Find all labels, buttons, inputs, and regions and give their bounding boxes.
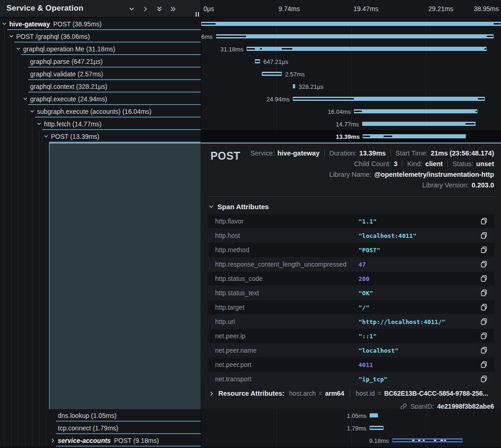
copy-icon[interactable]: [480, 375, 488, 383]
copy-icon[interactable]: [480, 261, 488, 268]
indent-guide: [18, 55, 19, 68]
chevron-down-icon[interactable]: [16, 46, 21, 51]
span-name-cell[interactable]: graphql.context (328.21µs): [0, 80, 201, 93]
equals-sign: =: [318, 390, 322, 397]
span-row: graphql.context (328.21µs)328.21µs: [0, 80, 501, 93]
copy-icon[interactable]: [480, 246, 488, 254]
copy-icon[interactable]: [480, 332, 488, 340]
copy-icon[interactable]: [480, 361, 488, 368]
span-attributes-toggle[interactable]: Span Attributes: [209, 203, 269, 211]
indent-guide: [46, 143, 46, 409]
chevron-down-icon[interactable]: [43, 134, 49, 139]
copy-icon[interactable]: [480, 289, 488, 297]
timeline-tick-label: 29.21ms: [428, 5, 453, 12]
column-resize-handle[interactable]: [196, 12, 199, 17]
span-name-cell[interactable]: dns.lookup (1.05ms): [0, 409, 201, 422]
indent-guide: [4, 30, 5, 43]
span-row: graphql.validate (2.57ms)2.57ms: [0, 68, 501, 80]
span-bar[interactable]: [362, 122, 476, 126]
span-bar[interactable]: [255, 59, 260, 63]
span-duration-label: 647.21µs: [263, 58, 288, 65]
span-rows-top: hive-gateway POST (38.95ms)38.95msPOST /…: [0, 18, 501, 143]
span-bar[interactable]: [293, 97, 485, 101]
overview-label: Library Version:: [422, 181, 469, 189]
copy-icon[interactable]: [480, 304, 488, 311]
attribute-row: http.flavor"1.1": [208, 214, 494, 228]
chevron-right-icon[interactable]: [50, 438, 56, 443]
span-bar[interactable]: [392, 438, 463, 442]
copy-icon[interactable]: [480, 232, 488, 239]
overview-line: Child Count:3Kind:clientStatus:unset: [354, 159, 494, 168]
span-name-cell[interactable]: subgraph.execute (accounts) (16.04ms): [0, 105, 201, 118]
indent-guide: [11, 434, 12, 447]
span-bar[interactable]: [216, 34, 494, 38]
span-bar[interactable]: [363, 134, 466, 138]
indent-guide: [11, 143, 12, 409]
copy-icon[interactable]: [480, 218, 488, 225]
span-name-cell[interactable]: graphql.validate (2.57ms): [0, 68, 201, 80]
span-row: POST (13.39ms)13.39ms: [0, 130, 501, 143]
span-name-cell[interactable]: graphql.operation Me (31.18ms): [0, 43, 201, 55]
indent-guide: [4, 118, 5, 130]
divider: [324, 149, 325, 156]
panel-divider[interactable]: [201, 0, 201, 448]
span-name-label: http.fetch (14.77ms): [44, 120, 102, 128]
chevron-right-icon[interactable]: [142, 5, 149, 12]
span-name-cell[interactable]: graphql.execute (24.94ms): [0, 93, 201, 105]
copy-icon[interactable]: [480, 275, 488, 282]
span-bar[interactable]: [201, 22, 501, 26]
span-name-cell[interactable]: http.fetch (14.77ms): [0, 118, 201, 130]
timeline-header: 0µs9.74ms19.47ms29.21ms38.95ms: [201, 0, 501, 18]
copy-icon[interactable]: [480, 347, 488, 354]
span-bar[interactable]: [370, 426, 383, 430]
span-name-cell[interactable]: tcp.connect (1.79ms): [0, 422, 201, 434]
chevron-down-icon[interactable]: [23, 96, 28, 101]
attribute-value: "POST": [359, 247, 380, 254]
span-name-cell[interactable]: graphql.parse (647.21µs): [0, 55, 201, 68]
timeline-tick-label: 19.47ms: [353, 5, 378, 12]
double-chevron-down-icon[interactable]: [155, 5, 163, 12]
overview-line: Library Version:0.203.0: [422, 180, 494, 190]
indent-guide: [18, 118, 19, 130]
span-bar[interactable]: [262, 72, 282, 76]
span-row: POST /graphql (36.06ms)36.06ms: [0, 30, 501, 43]
span-name-cell[interactable]: POST (13.39ms): [0, 130, 201, 143]
span-attributes-table: http.flavor"1.1"http.host"localhost:4011…: [208, 214, 494, 386]
attribute-value: "/": [359, 304, 369, 311]
chevron-down-icon[interactable]: [30, 109, 35, 114]
indent-guide: [25, 130, 25, 143]
span-name-cell[interactable]: POST /graphql (36.06ms): [0, 30, 201, 43]
span-duration-label: 31.18ms: [220, 45, 243, 52]
double-chevron-right-icon[interactable]: [169, 5, 177, 12]
chevron-down-icon[interactable]: [9, 34, 14, 39]
span-bar-cell: 1.79ms: [201, 422, 501, 434]
span-bar[interactable]: [293, 84, 295, 88]
indent-guide: [4, 409, 5, 422]
span-row: http.fetch (14.77ms)14.77ms: [0, 118, 501, 130]
chevron-down-icon[interactable]: [128, 5, 135, 12]
indent-guide: [32, 422, 32, 434]
self-time-segment: [383, 136, 392, 137]
chevron-down-icon[interactable]: [37, 121, 42, 126]
overview-label: Status:: [452, 160, 473, 168]
resource-attributes-row[interactable]: Resource Attributes: host.arch=arm64host…: [209, 387, 488, 400]
attribute-key: http.status_text: [215, 289, 259, 297]
span-bar[interactable]: [354, 109, 477, 113]
span-name-cell[interactable]: service-accounts POST (9.18ms): [0, 434, 201, 447]
indent-guide: [4, 422, 5, 434]
span-name-cell[interactable]: hive-gateway POST (38.95ms): [0, 18, 201, 30]
copy-icon[interactable]: [480, 318, 488, 325]
selected-span-highlight: [49, 143, 201, 409]
self-time-segment: [202, 23, 216, 25]
span-bar[interactable]: [370, 413, 377, 417]
span-row: tcp.connect (1.79ms)1.79ms: [0, 422, 501, 434]
divider: [390, 149, 391, 156]
span-bar[interactable]: [247, 47, 487, 51]
attribute-row: http.host"localhost:4011": [208, 229, 494, 243]
attribute-row: http.target"/": [208, 300, 494, 314]
attribute-value: "http://localhost:4011/": [359, 318, 445, 325]
chevron-down-icon[interactable]: [2, 21, 7, 26]
span-bar-cell: 9.18ms: [201, 434, 501, 447]
span-name-label: graphql.validate (2.57ms): [30, 70, 103, 78]
self-time-segment: [370, 427, 383, 429]
